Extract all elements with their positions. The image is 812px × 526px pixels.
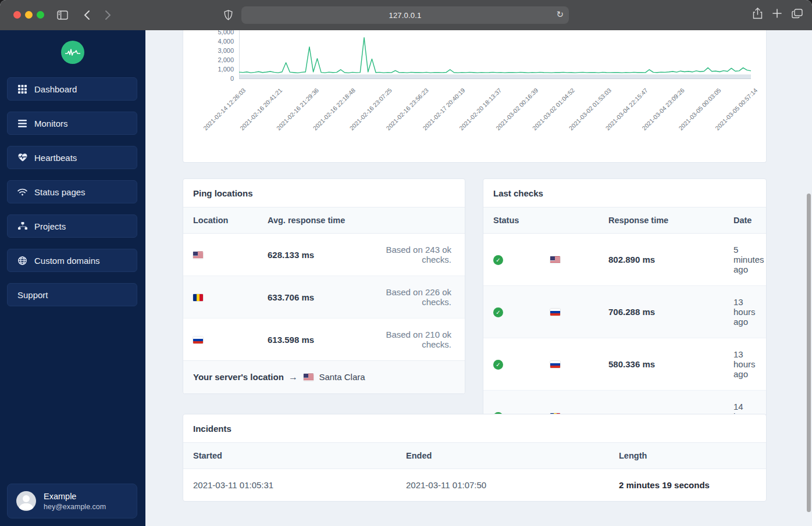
sidebar-item-label: Status pages: [34, 187, 86, 197]
user-card[interactable]: Example hey@example.com: [7, 484, 137, 518]
sidebar: Dashboard Monitors Heartbeats Status pag…: [0, 30, 145, 526]
response-time-chart-card: 01,0002,0003,0004,0005,0002021-02-14 12:…: [183, 30, 767, 163]
column-header-location: Location: [183, 207, 258, 234]
incidents-title: Incidents: [183, 414, 766, 442]
flag-us-icon: [304, 374, 314, 381]
last-check-row: 706.288 ms13 hours ago: [483, 286, 766, 338]
started-cell: 2021-03-11 01:05:31: [183, 469, 396, 502]
sidebar-item-dashboard[interactable]: Dashboard: [7, 77, 137, 101]
ok-status-icon: [493, 255, 503, 265]
sitemap-icon: [17, 222, 27, 230]
y-axis-tick-label: 5,000: [218, 30, 234, 35]
date-cell: 5 minutes ago: [724, 234, 766, 286]
app-logo: [61, 41, 84, 64]
sidebar-item-custom-domains[interactable]: Custom domains: [7, 249, 137, 272]
length-cell: 2 minutes 19 seconds: [609, 469, 766, 502]
date-cell: 13 hours ago: [724, 338, 766, 391]
ended-cell: 2021-03-11 01:07:50: [396, 469, 609, 502]
main-content: 01,0002,0003,0004,0005,0002021-02-14 12:…: [145, 30, 812, 526]
server-location-label: Your server's location: [193, 372, 284, 382]
flag-cell: [540, 338, 599, 391]
y-axis-tick-label: 4,000: [218, 38, 234, 45]
privacy-shield-icon[interactable]: [220, 8, 236, 23]
grid-icon: [17, 85, 27, 94]
sidebar-item-projects[interactable]: Projects: [7, 214, 137, 238]
column-header-empty: [371, 207, 465, 234]
avg-response-time-cell: 613.598 ms: [258, 319, 371, 361]
avatar: [16, 491, 36, 511]
browser-toolbar: 127.0.0.1 ↻: [0, 0, 812, 31]
user-name: Example: [44, 492, 106, 501]
back-icon[interactable]: [79, 8, 94, 23]
share-icon[interactable]: [753, 8, 763, 22]
globe-icon: [17, 256, 27, 265]
response-time-cell: 580.336 ms: [599, 338, 724, 391]
x-axis-tick-label: 2021-03-05 00:57:14: [714, 87, 759, 132]
column-header-started: Started: [183, 443, 396, 469]
minimize-window-button[interactable]: [25, 11, 33, 19]
heartbeat-icon: [17, 153, 27, 162]
location-cell: [183, 319, 258, 361]
address-bar[interactable]: 127.0.0.1 ↻: [241, 6, 569, 24]
status-cell: [483, 286, 540, 338]
ping-location-row: 633.706 msBased on 226 ok checks.: [183, 276, 465, 319]
sidebar-item-label: Heartbeats: [34, 153, 77, 163]
column-header-length: Length: [609, 443, 766, 469]
date-cell: 13 hours ago: [724, 286, 766, 338]
sidebar-item-label: Support: [17, 290, 48, 300]
response-time-cell: 802.890 ms: [599, 234, 724, 286]
close-window-button[interactable]: [13, 11, 21, 19]
column-header-response-time: Response time: [599, 207, 724, 234]
column-header-avg-response-time: Avg. response time: [258, 207, 371, 234]
avg-response-time-cell: 633.706 ms: [258, 276, 371, 319]
last-checks-title: Last checks: [483, 179, 766, 207]
column-header-date: Date: [724, 207, 766, 234]
sidebar-item-label: Custom domains: [34, 256, 100, 266]
fullscreen-window-button[interactable]: [37, 11, 44, 19]
incident-row: 2021-03-11 01:05:312021-03-11 01:07:502 …: [183, 469, 766, 502]
scrollbar-thumb[interactable]: [807, 194, 811, 512]
last-check-row: 802.890 ms5 minutes ago: [483, 234, 766, 286]
sidebar-item-monitors[interactable]: Monitors: [7, 112, 137, 135]
table-header-row: Status Response time Date: [483, 207, 766, 234]
flag-ro-icon: [193, 294, 203, 301]
reload-icon[interactable]: ↻: [556, 9, 564, 20]
column-header-status: Status: [483, 207, 540, 234]
sidebar-item-label: Monitors: [34, 119, 68, 128]
server-location-value: Santa Clara: [319, 372, 365, 382]
tab-overview-icon[interactable]: [792, 9, 803, 21]
status-cell: [483, 234, 540, 286]
response-time-cell: 706.288 ms: [599, 286, 724, 338]
sidebar-item-label: Projects: [34, 221, 66, 231]
response-time-series: [239, 38, 751, 73]
sidebar-item-status-pages[interactable]: Status pages: [7, 180, 137, 203]
sidebar-item-heartbeats[interactable]: Heartbeats: [7, 146, 137, 169]
avg-response-time-cell: 628.133 ms: [258, 234, 371, 276]
sidebar-item-support[interactable]: Support: [7, 283, 137, 306]
y-axis-tick-label: 1,000: [218, 66, 234, 73]
ping-locations-table: Location Avg. response time 628.133 msBa…: [183, 207, 465, 360]
checks-note-cell: Based on 243 ok checks.: [371, 234, 465, 276]
url-text: 127.0.0.1: [389, 11, 421, 20]
sidebar-toggle-icon[interactable]: [55, 8, 70, 23]
ping-locations-title: Ping locations: [183, 179, 465, 207]
checks-note-cell: Based on 226 ok checks.: [371, 276, 465, 319]
flag-cell: [540, 234, 599, 286]
forward-icon[interactable]: [100, 8, 115, 23]
ok-status-icon: [493, 307, 503, 317]
browser-window: 127.0.0.1 ↻ Dashboard: [0, 0, 812, 526]
user-email: hey@example.com: [44, 503, 106, 511]
location-cell: [183, 276, 258, 319]
list-icon: [17, 120, 27, 127]
y-axis-tick-label: 2,000: [218, 56, 234, 63]
status-cell: [483, 338, 540, 391]
table-header-row: Started Ended Length: [183, 443, 766, 469]
column-header-ended: Ended: [396, 443, 609, 469]
new-tab-icon[interactable]: [772, 9, 782, 20]
ping-location-row: 613.598 msBased on 210 ok checks.: [183, 319, 465, 361]
incidents-card: Incidents Started Ended Length 2021-03-1…: [183, 414, 767, 502]
sidebar-nav: Dashboard Monitors Heartbeats Status pag…: [7, 77, 137, 317]
column-header-flag: [540, 207, 599, 234]
wifi-icon: [17, 188, 27, 196]
ping-locations-card: Ping locations Location Avg. response ti…: [183, 178, 465, 394]
